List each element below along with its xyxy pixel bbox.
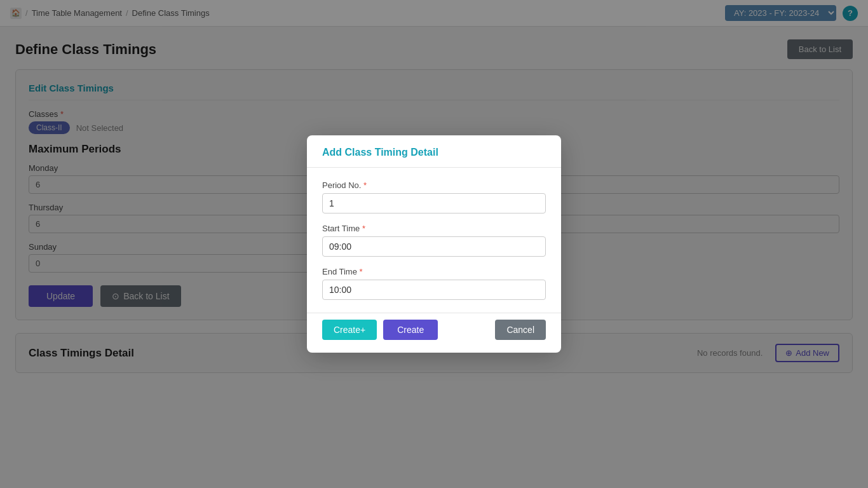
cancel-button[interactable]: Cancel xyxy=(495,320,546,340)
start-time-label: Start Time * xyxy=(322,224,546,233)
create-button[interactable]: Create xyxy=(383,320,438,340)
period-no-input[interactable] xyxy=(322,193,546,214)
modal: Add Class Timing Detail Period No. * Sta… xyxy=(307,135,561,353)
modal-header: Add Class Timing Detail xyxy=(307,135,561,168)
modal-body: Period No. * Start Time * End Time * xyxy=(307,168,561,313)
start-time-input[interactable] xyxy=(322,236,546,257)
period-no-label: Period No. * xyxy=(322,180,546,190)
end-time-label: End Time * xyxy=(322,267,546,276)
modal-overlay: Add Class Timing Detail Period No. * Sta… xyxy=(0,0,868,386)
end-time-input[interactable] xyxy=(322,280,546,300)
create-plus-button[interactable]: Create+ xyxy=(322,320,377,340)
modal-footer: Create+ Create Cancel xyxy=(307,313,561,353)
modal-title: Add Class Timing Detail xyxy=(322,147,546,158)
